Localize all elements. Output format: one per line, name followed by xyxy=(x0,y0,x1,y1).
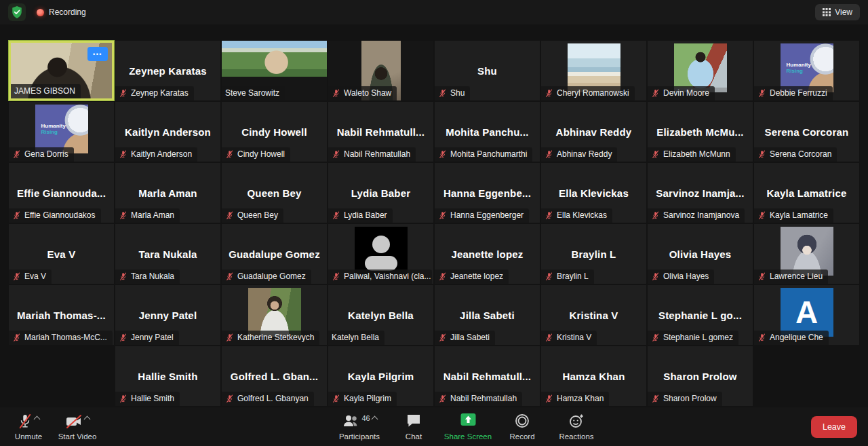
name-label: Nabil Rehmatullah xyxy=(328,147,416,162)
reactions-smiley-icon xyxy=(568,413,585,429)
share-screen-button[interactable]: Share Screen xyxy=(443,407,492,446)
participant-tile[interactable]: ShuShu xyxy=(435,41,540,100)
participant-tile[interactable]: Sarvinoz Inamja...Sarvinoz Inamjanova xyxy=(648,163,753,223)
participant-tile[interactable]: Guadalupe GomezGuadalupe Gomez xyxy=(222,224,327,284)
participant-tile[interactable]: Mariah Thomas-...Mariah Thomas-McC... xyxy=(9,285,114,345)
participant-tile[interactable]: Braylin LBraylin L xyxy=(541,224,646,284)
participant-tile[interactable]: Kristina VKristina V xyxy=(541,285,646,345)
participant-tile[interactable]: Marla AmanMarla Aman xyxy=(115,163,220,223)
muted-mic-icon xyxy=(651,272,660,281)
name-label-text: Katelyn Bella xyxy=(332,333,379,342)
video-options-chevron[interactable] xyxy=(84,416,91,423)
security-shield-icon[interactable] xyxy=(8,3,26,21)
unmute-button[interactable]: Unmute xyxy=(4,407,53,446)
participant-image xyxy=(568,43,620,92)
participant-tile[interactable]: Jeanette lopezJeanette lopez xyxy=(435,224,540,284)
record-icon xyxy=(514,413,530,429)
participant-tile[interactable]: Katelyn BellaKatelyn Bella xyxy=(328,285,433,345)
name-label-text: Serena Corcoran xyxy=(770,149,831,159)
participant-tile[interactable]: Effie Giannouda...Effie Giannoudakos xyxy=(9,163,114,223)
participant-tile[interactable]: Hamza KhanHamza Khan xyxy=(541,346,646,406)
participant-tile[interactable]: Kayla PilgrimKayla Pilgrim xyxy=(328,346,433,406)
participant-tile[interactable]: Jilla SabetiJilla Sabeti xyxy=(435,285,540,345)
muted-mic-icon xyxy=(438,150,447,159)
more-options-button[interactable] xyxy=(87,47,108,61)
participant-tile[interactable]: Sharon ProlowSharon Prolow xyxy=(648,346,753,406)
participant-tile[interactable]: Abhinav ReddyAbhinav Reddy xyxy=(541,102,646,162)
shield-check-icon xyxy=(11,5,23,19)
name-label-text: Sharon Prolow xyxy=(663,394,717,403)
name-label: Serena Corcoran xyxy=(754,147,837,162)
participant-tile[interactable]: Hanna Eggenbe...Hanna Eggenberger xyxy=(435,163,540,223)
name-label: Ella Klevickas xyxy=(541,208,612,223)
participant-tile[interactable]: Paliwal, Vaishnavi (cla... xyxy=(328,224,433,284)
participant-tile[interactable]: Olivia HayesOlivia Hayes xyxy=(648,224,753,284)
chat-button[interactable]: Chat xyxy=(389,407,438,446)
name-label: Cheryl Romanowski xyxy=(541,86,635,100)
grid-row: Humanity RisingGena DorrisKaitlyn Anders… xyxy=(9,102,859,162)
start-video-button[interactable]: Start Video xyxy=(53,407,102,446)
participant-tile[interactable]: Ella KlevickasElla Klevickas xyxy=(541,163,646,223)
participant-tile[interactable]: Mohita Panchu...Mohita Panchumarthi xyxy=(435,102,540,162)
participants-button[interactable]: 46 Participants xyxy=(335,407,384,446)
participant-tile[interactable]: Steve Sarowitz xyxy=(222,41,327,100)
participant-tile[interactable]: AAngelique Che xyxy=(754,285,859,345)
participant-tile[interactable]: Humanity RisingGena Dorris xyxy=(9,102,114,162)
name-label-text: Elizabeth McMunn xyxy=(663,149,730,159)
name-label: Eva V xyxy=(9,270,52,284)
muted-mic-icon xyxy=(119,394,127,403)
name-label: Zeynep Karatas xyxy=(115,86,194,100)
participant-tile[interactable]: Cheryl Romanowski xyxy=(541,41,646,100)
name-label: Lawrence Lieu xyxy=(754,270,828,284)
participant-tile[interactable]: Devin Moore xyxy=(648,41,753,100)
participant-tile[interactable]: Humanity RisingDebbie Ferruzzi xyxy=(754,41,859,100)
participant-tile[interactable]: Serena CorcoranSerena Corcoran xyxy=(754,102,859,162)
grid-row: Effie Giannouda...Effie GiannoudakosMarl… xyxy=(9,163,859,223)
grid-view-icon xyxy=(823,8,831,16)
muted-mic-icon xyxy=(438,272,447,281)
participant-tile[interactable]: Kaitlyn AndersonKaitlyn Anderson xyxy=(115,102,220,162)
participant-tile[interactable]: Katherine Stetkevych xyxy=(222,285,327,345)
participant-tile[interactable]: Golfred L. Gban...Golfred L. Gbanyan xyxy=(222,346,327,406)
chat-label: Chat xyxy=(406,432,422,441)
name-label-text: Sarvinoz Inamjanova xyxy=(663,210,739,220)
participant-tile[interactable]: Jenny PatelJenny Patel xyxy=(115,285,220,345)
participant-tile[interactable]: Eva VEva V xyxy=(9,224,114,284)
muted-mic-icon xyxy=(757,272,766,281)
participants-options-chevron[interactable] xyxy=(371,416,378,423)
reactions-button[interactable]: Reactions xyxy=(552,407,601,446)
record-button[interactable]: Record xyxy=(498,407,547,446)
participant-tile[interactable]: Nabil Rehmatull...Nabil Rehmatullah xyxy=(435,346,540,406)
participant-tile[interactable]: Cindy HowellCindy Howell xyxy=(222,102,327,162)
participant-tile[interactable]: Hallie SmithHallie Smith xyxy=(115,346,220,406)
participant-tile[interactable]: Lawrence Lieu xyxy=(754,224,859,284)
muted-mic-icon xyxy=(651,333,660,342)
leave-button[interactable]: Leave xyxy=(811,416,857,438)
muted-mic-icon xyxy=(332,150,340,159)
participant-tile[interactable]: Nabil Rehmatull...Nabil Rehmatullah xyxy=(328,102,433,162)
name-label-text: Jeanette lopez xyxy=(450,272,503,281)
unmute-options-chevron[interactable] xyxy=(34,416,41,423)
name-label: Tara Nukala xyxy=(115,270,180,284)
participant-tile[interactable]: Kayla LamatriceKayla Lamatrice xyxy=(754,163,859,223)
participant-tile[interactable]: Waleto Shaw xyxy=(328,41,433,100)
muted-mic-icon xyxy=(18,413,33,430)
name-label: Hallie Smith xyxy=(115,392,180,406)
view-button[interactable]: View xyxy=(815,4,860,20)
participants-icon xyxy=(342,413,359,429)
participant-tile[interactable]: Zeynep KaratasZeynep Karatas xyxy=(115,41,220,100)
muted-mic-icon xyxy=(225,333,234,342)
name-label: Effie Giannoudakos xyxy=(9,208,101,223)
muted-mic-icon xyxy=(545,333,553,342)
topbar-left: Recording xyxy=(8,3,86,21)
participant-tile[interactable]: JAMES GIBSON xyxy=(9,41,114,100)
name-label: Mariah Thomas-McC... xyxy=(9,331,113,345)
participant-tile[interactable]: Lydia BaberLydia Baber xyxy=(328,163,433,223)
participant-tile[interactable]: Queen BeyQueen Bey xyxy=(222,163,327,223)
participant-tile[interactable]: Tara NukalaTara Nukala xyxy=(115,224,220,284)
name-label: Steve Sarowitz xyxy=(222,86,285,100)
name-label: Debbie Ferruzzi xyxy=(754,86,833,100)
participant-tile[interactable]: Elizabeth McMu...Elizabeth McMunn xyxy=(648,102,753,162)
participant-tile[interactable]: Stephanie L go...Stephanie L gomez xyxy=(648,285,753,345)
muted-mic-icon xyxy=(438,89,447,98)
